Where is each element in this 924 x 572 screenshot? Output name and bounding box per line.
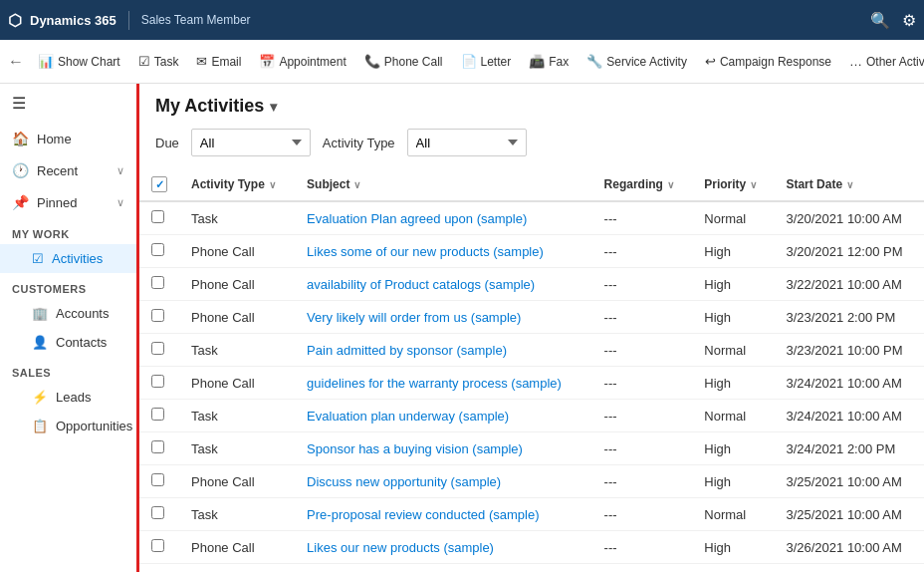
- leads-icon: ⚡: [32, 390, 48, 405]
- activities-icon: ☑: [32, 251, 44, 266]
- back-button[interactable]: ←: [8, 48, 24, 76]
- start-date-sort-icon: ∨: [846, 179, 853, 190]
- row-activity-type: Task: [179, 400, 295, 432]
- regarding-sort-icon: ∨: [667, 179, 674, 190]
- row-subject[interactable]: Evaluation plan underway (sample): [295, 400, 592, 432]
- sidebar-item-accounts[interactable]: 🏢 Accounts: [0, 299, 136, 328]
- row-check[interactable]: [139, 334, 179, 367]
- row-start-date: 3/26/2021 10:00 AM: [774, 531, 924, 564]
- other-activities-button[interactable]: … Other Activi...: [841, 47, 924, 77]
- row-subject[interactable]: Likes our new products (sample): [295, 531, 592, 564]
- sidebar-item-pinned[interactable]: 📌 Pinned ∨: [0, 186, 136, 218]
- activity-type-sort-icon: ∨: [269, 179, 276, 190]
- table-header-priority[interactable]: Priority ∨: [692, 168, 774, 201]
- sidebar-item-home[interactable]: 🏠 Home: [0, 123, 136, 154]
- service-activity-button[interactable]: 🔧 Service Activity: [578, 47, 695, 77]
- email-icon: ✉: [196, 54, 207, 69]
- pinned-chevron-icon: ∨: [116, 196, 124, 209]
- row-regarding: ---: [592, 367, 693, 400]
- row-subject[interactable]: Very likely will order from us (sample): [295, 301, 592, 334]
- row-check[interactable]: [139, 268, 179, 301]
- table-header-subject[interactable]: Subject ∨: [295, 168, 592, 201]
- search-icon[interactable]: 🔍: [870, 11, 890, 30]
- row-start-date: 3/20/2021 10:00 AM: [774, 201, 924, 235]
- row-start-date: 3/22/2021 10:00 AM: [774, 268, 924, 301]
- app-title: Dynamics 365: [30, 13, 116, 28]
- row-activity-type: Phone Call: [179, 465, 295, 498]
- sidebar-item-contacts[interactable]: 👤 Contacts: [0, 328, 136, 357]
- topbar: ⬡ Dynamics 365 Sales Team Member 🔍 ⚙: [0, 0, 924, 40]
- sidebar-item-accounts-label: Accounts: [56, 306, 109, 321]
- row-check[interactable]: [139, 531, 179, 564]
- row-subject[interactable]: Likes some of our new products (sample): [295, 235, 592, 268]
- task-button[interactable]: ☑ Task: [130, 47, 187, 77]
- row-subject[interactable]: Discuss new opportunity (sample): [295, 465, 592, 498]
- row-regarding: ---: [592, 201, 693, 235]
- row-check[interactable]: [139, 564, 179, 573]
- due-filter-select[interactable]: All: [191, 129, 311, 156]
- show-chart-button[interactable]: 📊 Show Chart: [30, 47, 128, 77]
- row-regarding: ---: [592, 334, 693, 367]
- fax-button[interactable]: 📠 Fax: [521, 47, 577, 77]
- sidebar-item-activities[interactable]: ☑ Activities: [0, 244, 136, 273]
- page-title-dropdown-icon[interactable]: ▾: [270, 99, 277, 115]
- chart-icon: 📊: [38, 54, 54, 69]
- page-header: My Activities ▾ Due All Activity Type Al…: [139, 84, 924, 168]
- select-all-checkbox[interactable]: ✓: [151, 176, 167, 192]
- row-subject[interactable]: Sponsor has a buying vision (sample): [295, 432, 592, 465]
- main-content: My Activities ▾ Due All Activity Type Al…: [139, 84, 924, 572]
- activity-type-filter-select[interactable]: All: [407, 129, 527, 156]
- row-subject[interactable]: Evaluation Plan agreed upon (sample): [295, 201, 592, 235]
- topbar-actions: 🔍 ⚙: [870, 11, 916, 30]
- letter-button[interactable]: 📄 Letter: [453, 47, 520, 77]
- row-check[interactable]: [139, 400, 179, 432]
- row-check[interactable]: [139, 201, 179, 235]
- row-regarding: ---: [592, 268, 693, 301]
- row-check[interactable]: [139, 498, 179, 531]
- sidebar-item-recent[interactable]: 🕐 Recent ∨: [0, 154, 136, 186]
- row-subject[interactable]: Pain admitted by sponsor (sample): [295, 334, 592, 367]
- row-activity-type: Task: [179, 334, 295, 367]
- appointment-button[interactable]: 📅 Appointment: [251, 47, 353, 77]
- table-row: Phone Call Likes our new products (sampl…: [139, 531, 924, 564]
- sidebar: ☰ 🏠 Home 🕐 Recent ∨ 📌 Pinned ∨ My Work ☑…: [0, 84, 139, 572]
- row-subject[interactable]: Access to power negotiated (sample): [295, 564, 592, 573]
- row-priority: Normal: [692, 400, 774, 432]
- table-header-activity-type[interactable]: Activity Type ∨: [179, 168, 295, 201]
- row-subject[interactable]: guidelines for the warranty process (sam…: [295, 367, 592, 400]
- row-priority: Normal: [692, 201, 774, 235]
- app-logo: ⬡ Dynamics 365: [8, 11, 129, 30]
- row-start-date: 3/26/2021 10:00 AM: [774, 564, 924, 573]
- phone-call-button[interactable]: 📞 Phone Call: [356, 47, 451, 77]
- table-row: Task Sponsor has a buying vision (sample…: [139, 432, 924, 465]
- recent-chevron-icon: ∨: [116, 164, 124, 177]
- row-start-date: 3/20/2021 12:00 PM: [774, 235, 924, 268]
- hamburger-button[interactable]: ☰: [0, 84, 136, 123]
- table-row: Task Access to power negotiated (sample)…: [139, 564, 924, 573]
- row-priority: High: [692, 301, 774, 334]
- table-header-start-date[interactable]: Start Date ∨: [774, 168, 924, 201]
- settings-icon[interactable]: ⚙: [902, 11, 916, 30]
- pinned-icon: 📌: [12, 194, 29, 210]
- row-activity-type: Phone Call: [179, 235, 295, 268]
- activities-table: ✓ Activity Type ∨ Subject: [139, 168, 924, 572]
- table-header-regarding[interactable]: Regarding ∨: [592, 168, 693, 201]
- row-activity-type: Task: [179, 432, 295, 465]
- row-check[interactable]: [139, 465, 179, 498]
- sidebar-item-leads[interactable]: ⚡ Leads: [0, 383, 136, 412]
- row-check[interactable]: [139, 301, 179, 334]
- row-subject[interactable]: Pre-proposal review conducted (sample): [295, 498, 592, 531]
- campaign-response-button[interactable]: ↩ Campaign Response: [697, 47, 839, 77]
- row-regarding: ---: [592, 301, 693, 334]
- row-check[interactable]: [139, 367, 179, 400]
- dynamics-logo-icon: ⬡: [8, 11, 22, 30]
- opportunities-icon: 📋: [32, 419, 48, 433]
- row-check[interactable]: [139, 235, 179, 268]
- row-subject[interactable]: availability of Product catalogs (sample…: [295, 268, 592, 301]
- row-priority: High: [692, 465, 774, 498]
- sidebar-item-opportunities[interactable]: 📋 Opportunities: [0, 412, 136, 440]
- row-start-date: 3/23/2021 2:00 PM: [774, 301, 924, 334]
- row-activity-type: Phone Call: [179, 268, 295, 301]
- row-check[interactable]: [139, 432, 179, 465]
- email-button[interactable]: ✉ Email: [188, 47, 249, 77]
